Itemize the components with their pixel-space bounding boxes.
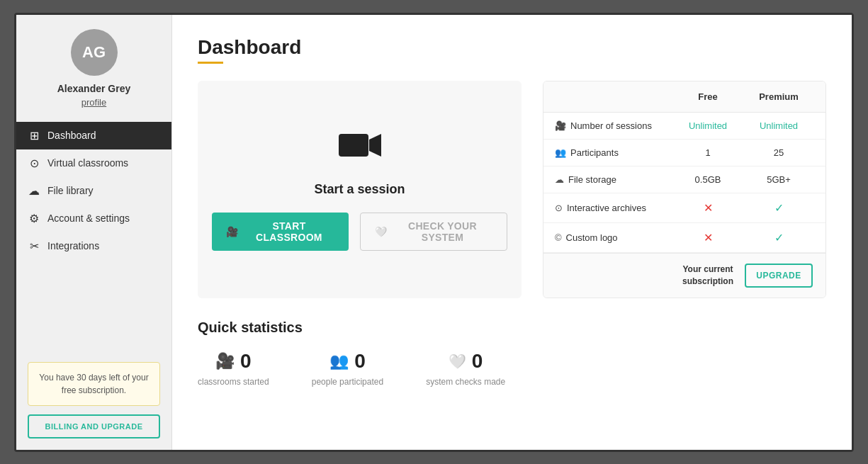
settings-icon: ⚙ (28, 212, 40, 225)
billing-upgrade-button[interactable]: BILLING AND UPGRADE (28, 414, 160, 438)
subscription-notice: You have 30 days left of your free subsc… (28, 362, 160, 406)
current-subscription-label: Your current subscription (672, 264, 743, 288)
system-checks-stat-icon: 🤍 (449, 353, 466, 370)
start-classroom-button[interactable]: 🎥 START CLASSROOM (212, 213, 349, 251)
participants-stat-icon: 👥 (329, 352, 349, 370)
storage-premium-value: 5GB+ (743, 174, 814, 185)
pricing-footer: Your current subscription UPGRADE (543, 253, 825, 298)
cross-icon: ✕ (704, 232, 713, 244)
stat-classrooms: 🎥 0 classrooms started (198, 350, 269, 387)
check-system-button[interactable]: 🤍 CHECK YOUR SYSTEM (360, 213, 507, 251)
upgrade-button[interactable]: UPGRADE (745, 264, 813, 288)
sidebar-item-label: Virtual classrooms (47, 157, 128, 169)
cross-icon: ✕ (704, 202, 713, 214)
page-title: Dashboard (198, 36, 826, 59)
participants-stat-value: 0 (354, 350, 366, 373)
svg-marker-1 (369, 134, 381, 157)
sidebar-item-integrations[interactable]: ✂ Integrations (16, 232, 171, 260)
logo-premium-value: ✓ (743, 231, 814, 244)
participants-premium-value: 25 (743, 147, 814, 158)
svg-rect-0 (339, 134, 368, 157)
camera-icon (339, 128, 381, 171)
session-card: Start a session 🎥 START CLASSROOM 🤍 CHEC… (198, 81, 522, 298)
profile-link[interactable]: profile (81, 97, 106, 108)
content-row: Start a session 🎥 START CLASSROOM 🤍 CHEC… (198, 81, 826, 298)
system-checks-stat-value: 0 (472, 350, 483, 373)
sidebar: AG Alexander Grey profile ⊞ Dashboard ⊙ … (16, 15, 172, 450)
stats-row: 🎥 0 classrooms started 👥 0 people partic… (198, 350, 826, 387)
storage-free-value: 0.5GB (672, 174, 743, 185)
sidebar-item-dashboard[interactable]: ⊞ Dashboard (16, 122, 171, 149)
main-content: Dashboard Start a session 🎥 START CLASSR… (172, 15, 852, 450)
heart-icon: 🤍 (375, 226, 387, 237)
quick-stats-title: Quick statistics (198, 319, 826, 336)
participants-icon: 👥 (555, 147, 566, 158)
avatar: AG (71, 29, 118, 76)
stat-system-checks: 🤍 0 system checks made (426, 350, 505, 387)
title-underline (198, 62, 223, 64)
sidebar-item-label: Dashboard (47, 130, 96, 141)
pricing-row-archives: ⊙ Interactive archives ✕ ✓ (543, 193, 825, 223)
participants-free-value: 1 (672, 147, 743, 158)
classrooms-stat-value: 0 (240, 350, 252, 373)
col-free: Free (672, 91, 743, 102)
archives-premium-value: ✓ (743, 201, 814, 215)
classrooms-stat-label: classrooms started (198, 377, 269, 387)
col-premium: Premium (743, 91, 814, 102)
sidebar-item-label: Account & settings (47, 213, 130, 224)
logo-free-value: ✕ (672, 231, 743, 244)
system-checks-stat-label: system checks made (426, 377, 505, 387)
integrations-icon: ✂ (28, 239, 40, 253)
archives-icon: ⊙ (555, 203, 563, 213)
pricing-row-logo: © Custom logo ✕ ✓ (543, 223, 825, 253)
classrooms-stat-icon: 🎥 (215, 352, 235, 370)
sidebar-item-label: Integrations (47, 240, 99, 251)
check-icon: ✓ (774, 232, 784, 244)
logo-icon: © (555, 232, 562, 243)
stat-participants: 👥 0 people participated (312, 350, 383, 387)
virtual-classrooms-icon: ⊙ (28, 157, 40, 170)
check-icon: ✓ (774, 202, 784, 214)
sidebar-nav: ⊞ Dashboard ⊙ Virtual classrooms ☁ File … (16, 122, 171, 260)
start-classroom-icon: 🎥 (226, 226, 238, 237)
pricing-table: Free Premium 🎥 Number of sessions Unlimi… (543, 81, 826, 298)
dashboard-icon: ⊞ (28, 129, 40, 142)
sidebar-item-file-library[interactable]: ☁ File library (16, 177, 171, 205)
sidebar-item-virtual-classrooms[interactable]: ⊙ Virtual classrooms (16, 149, 171, 177)
sidebar-item-label: File library (47, 185, 94, 196)
pricing-row-participants: 👥 Participants 1 25 (543, 140, 825, 166)
participants-stat-label: people participated (312, 377, 383, 387)
file-library-icon: ☁ (28, 184, 40, 198)
sidebar-item-account-settings[interactable]: ⚙ Account & settings (16, 205, 171, 232)
storage-icon: ☁ (555, 174, 564, 185)
user-name: Alexander Grey (57, 83, 131, 94)
sessions-free-value: Unlimited (672, 120, 743, 131)
quick-stats-section: Quick statistics 🎥 0 classrooms started … (198, 319, 826, 387)
app-window: AG Alexander Grey profile ⊞ Dashboard ⊙ … (14, 13, 854, 452)
session-buttons: 🎥 START CLASSROOM 🤍 CHECK YOUR SYSTEM (212, 213, 507, 251)
archives-free-value: ✕ (672, 201, 743, 215)
sidebar-bottom: You have 30 days left of your free subsc… (16, 351, 171, 450)
pricing-header: Free Premium (543, 81, 825, 113)
pricing-row-storage: ☁ File storage 0.5GB 5GB+ (543, 166, 825, 193)
session-title: Start a session (314, 182, 405, 197)
sessions-icon: 🎥 (555, 120, 566, 131)
sessions-premium-value: Unlimited (743, 120, 814, 131)
pricing-row-sessions: 🎥 Number of sessions Unlimited Unlimited (543, 113, 825, 140)
